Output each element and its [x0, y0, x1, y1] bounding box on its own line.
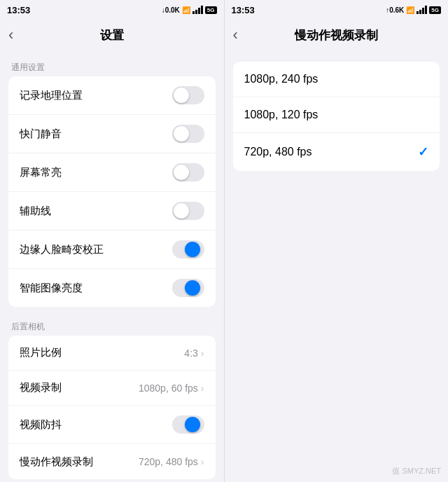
setting-photo-ratio-value: 4:3 › — [184, 347, 204, 359]
setting-stabilize[interactable]: 视频防抖 — [8, 406, 216, 444]
right-header: ‹ 慢动作视频录制 — [225, 20, 449, 50]
section-general-label: 通用设置 — [0, 56, 224, 76]
setting-location[interactable]: 记录地理位置 — [8, 76, 216, 115]
setting-photo-ratio[interactable]: 照片比例 4:3 › — [8, 336, 216, 371]
setting-stabilize-label: 视频防抖 — [20, 418, 62, 432]
right-wifi-icon: 📶 — [406, 6, 414, 14]
checkmark-icon: ✓ — [418, 144, 428, 160]
left-panel: 13:53 ↓0.0K 📶 5G ‹ 设置 通用设置 记录地理位置 — [0, 0, 225, 482]
setting-video-record-value: 1080p, 60 fps › — [139, 383, 204, 394]
right-panel: 13:53 ↑0.6K 📶 5G ‹ 慢动作视频录制 1080p, 240 fp… — [225, 0, 449, 482]
right-title: 慢动作视频录制 — [295, 27, 378, 43]
left-status-icons: ↓0.0K 📶 5G — [162, 6, 217, 14]
left-header: ‹ 设置 — [0, 20, 224, 50]
toggle-shutter[interactable] — [172, 125, 204, 143]
setting-video-record[interactable]: 视频录制 1080p, 60 fps › — [8, 371, 216, 406]
setting-slow-motion[interactable]: 慢动作视频录制 720p, 480 fps › — [8, 444, 216, 479]
toggle-location[interactable] — [172, 86, 204, 104]
setting-location-label: 记录地理位置 — [20, 89, 83, 102]
left-content: 通用设置 记录地理位置 快门静音 屏幕常亮 辅助线 边缘人脸畸变校正 — [0, 50, 224, 482]
watermark: 值 SMYZ.NET — [392, 466, 441, 476]
left-status-bar: 13:53 ↓0.0K 📶 5G — [0, 0, 224, 20]
setting-shutter-label: 快门静音 — [20, 128, 62, 141]
left-net: ↓0.0K — [162, 6, 180, 14]
left-time: 13:53 — [7, 5, 30, 15]
option-1080p-240fps-label: 1080p, 240 fps — [244, 73, 318, 85]
setting-face-correction-label: 边缘人脸畸变校正 — [20, 243, 104, 256]
setting-photo-ratio-label: 照片比例 — [20, 346, 62, 359]
left-5g-badge: 5G — [205, 6, 217, 14]
option-720p-480fps-label: 720p, 480 fps — [244, 146, 312, 158]
left-title: 设置 — [100, 27, 124, 43]
setting-grid-label: 辅助线 — [20, 205, 51, 218]
option-720p-480fps[interactable]: 720p, 480 fps ✓ — [233, 133, 440, 171]
left-back-button[interactable]: ‹ — [8, 27, 13, 43]
slow-motion-options: 1080p, 240 fps 1080p, 120 fps 720p, 480 … — [233, 62, 440, 171]
right-5g-badge: 5G — [429, 6, 441, 14]
right-status-bar: 13:53 ↑0.6K 📶 5G — [225, 0, 449, 20]
setting-screen-on[interactable]: 屏幕常亮 — [8, 153, 216, 192]
chevron-icon: › — [201, 383, 204, 394]
toggle-screen-on[interactable] — [172, 163, 204, 181]
setting-grid[interactable]: 辅助线 — [8, 192, 216, 230]
rear-camera-card: 照片比例 4:3 › 视频录制 1080p, 60 fps › 视频防抖 慢动作… — [8, 336, 216, 479]
right-net: ↑0.6K — [386, 6, 404, 14]
chevron-icon: › — [201, 347, 204, 359]
general-card: 记录地理位置 快门静音 屏幕常亮 辅助线 边缘人脸畸变校正 智能图像亮度 — [8, 76, 216, 307]
option-1080p-120fps[interactable]: 1080p, 120 fps — [233, 97, 440, 133]
toggle-auto-brightness[interactable] — [172, 279, 204, 297]
right-status-icons: ↑0.6K 📶 5G — [386, 6, 441, 14]
section-rear-label: 后置相机 — [0, 315, 224, 336]
setting-face-correction[interactable]: 边缘人脸畸变校正 — [8, 230, 216, 269]
right-time: 13:53 — [232, 5, 255, 15]
left-wifi-icon: 📶 — [182, 6, 190, 14]
setting-auto-brightness[interactable]: 智能图像亮度 — [8, 269, 216, 307]
option-1080p-240fps[interactable]: 1080p, 240 fps — [233, 62, 440, 97]
right-back-button[interactable]: ‹ — [233, 27, 238, 43]
setting-screen-on-label: 屏幕常亮 — [20, 166, 62, 179]
option-1080p-120fps-label: 1080p, 120 fps — [244, 109, 318, 121]
setting-video-record-label: 视频录制 — [20, 381, 62, 394]
setting-slow-motion-value: 720p, 480 fps › — [139, 456, 204, 467]
right-signal-icon — [416, 6, 427, 14]
setting-shutter[interactable]: 快门静音 — [8, 115, 216, 153]
toggle-grid[interactable] — [172, 202, 204, 220]
setting-auto-brightness-label: 智能图像亮度 — [20, 282, 83, 295]
toggle-face-correction[interactable] — [172, 240, 204, 259]
setting-slow-motion-label: 慢动作视频录制 — [20, 455, 93, 469]
chevron-icon: › — [201, 456, 204, 467]
right-content: 1080p, 240 fps 1080p, 120 fps 720p, 480 … — [225, 50, 449, 482]
toggle-stabilize[interactable] — [172, 415, 204, 434]
left-signal-icon — [192, 6, 203, 14]
